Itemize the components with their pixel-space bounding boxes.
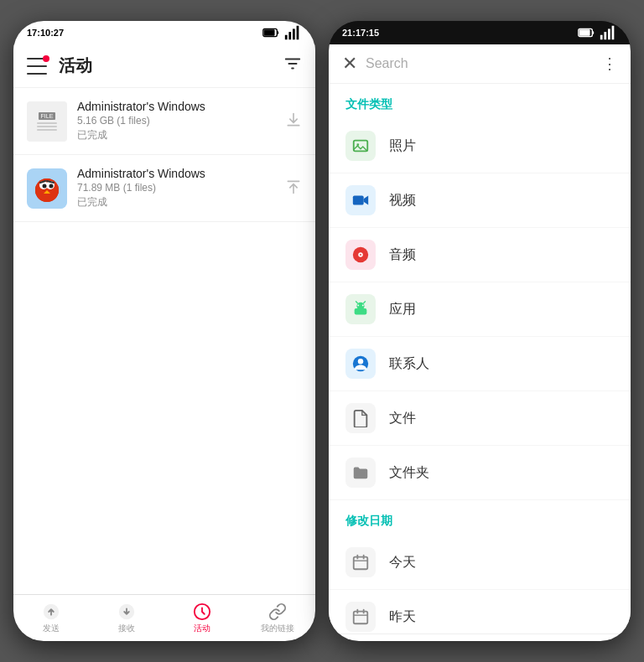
svg-point-11 — [49, 184, 54, 188]
phone-left: 17:10:27 活动 — [13, 21, 315, 641]
svg-point-36 — [362, 305, 364, 307]
link-nav-icon — [268, 603, 287, 621]
svg-rect-41 — [354, 557, 368, 570]
svg-rect-1 — [277, 31, 278, 34]
contact-label: 联系人 — [389, 355, 429, 373]
upload-action-2[interactable] — [285, 178, 302, 199]
svg-rect-24 — [604, 32, 606, 39]
audio-label: 音频 — [389, 246, 416, 264]
svg-rect-2 — [264, 29, 275, 35]
photo-icon — [345, 131, 376, 161]
search-input[interactable]: Search — [366, 56, 594, 71]
contact-icon — [345, 349, 376, 379]
nav-mylink-label: 我的链接 — [261, 623, 294, 634]
photo-svg — [351, 137, 370, 155]
file-svg — [351, 409, 370, 427]
section-title-date: 修改日期 — [329, 500, 631, 535]
svg-rect-25 — [608, 28, 610, 39]
svg-point-40 — [358, 359, 363, 364]
upload-icon-2 — [285, 178, 302, 195]
svg-rect-3 — [285, 35, 288, 40]
filter-video[interactable]: 视频 — [329, 173, 631, 228]
status-icons-right — [577, 23, 617, 42]
activity-item-2[interactable]: Administrator's Windows 71.89 MB (1 file… — [13, 155, 315, 222]
svg-line-37 — [356, 302, 358, 303]
filter-icon — [283, 54, 302, 73]
activity-status-2: 已完成 — [77, 195, 285, 209]
game-thumbnail — [27, 168, 67, 209]
svg-rect-29 — [353, 196, 364, 205]
more-button[interactable]: ⋮ — [602, 54, 617, 73]
status-bar-right: 21:17:15 — [329, 21, 631, 44]
section-title-filetype: 文件类型 — [329, 84, 631, 119]
status-icons-left — [262, 23, 302, 42]
nav-receive[interactable]: 接收 — [89, 603, 164, 634]
filter-yesterday[interactable]: 昨天 — [329, 590, 631, 634]
activity-info-1: Administrator's Windows 5.16 GB (1 files… — [77, 100, 285, 142]
filter-app[interactable]: 应用 — [329, 282, 631, 337]
filter-folder[interactable]: 文件夹 — [329, 446, 631, 500]
bird-icon — [27, 168, 67, 209]
battery-icon-right — [577, 23, 595, 42]
audio-svg — [351, 246, 370, 264]
clock-nav-icon — [193, 603, 211, 621]
activity-info-2: Administrator's Windows 71.89 MB (1 file… — [77, 167, 285, 209]
phone-right: 21:17:15 ✕ Search ⋮ 文件类型 — [329, 21, 631, 641]
calendar-svg-2 — [351, 608, 370, 626]
file-thumbnail: FILE — [27, 101, 67, 142]
audio-icon — [345, 240, 376, 270]
activity-item[interactable]: FILE Administrator's Windows 5.16 GB (1 … — [13, 88, 315, 155]
search-header: ✕ Search ⋮ — [329, 44, 631, 84]
calendar-svg-1 — [351, 553, 370, 571]
nav-mylink[interactable]: 我的链接 — [240, 603, 315, 634]
menu-button[interactable] — [27, 58, 47, 75]
svg-line-38 — [364, 302, 366, 303]
nav-activity[interactable]: 活动 — [164, 603, 240, 634]
photo-label: 照片 — [389, 137, 416, 155]
filter-contact[interactable]: 联系人 — [329, 337, 631, 391]
file-icon — [345, 403, 376, 433]
filter-button[interactable] — [283, 54, 302, 77]
download-action-1[interactable] — [285, 111, 302, 132]
app-icon — [345, 294, 376, 324]
folder-svg — [351, 463, 370, 482]
svg-rect-23 — [600, 35, 603, 40]
svg-rect-34 — [355, 308, 367, 314]
nav-send[interactable]: 发送 — [13, 603, 89, 634]
video-label: 视频 — [389, 192, 416, 209]
filter-audio[interactable]: 音频 — [329, 228, 631, 282]
nav-receive-label: 接收 — [118, 623, 135, 634]
contact-svg — [351, 354, 370, 373]
close-button[interactable]: ✕ — [342, 53, 357, 75]
calendar-yesterday-icon — [345, 602, 376, 632]
svg-point-32 — [360, 254, 361, 256]
upload-nav-icon — [42, 603, 60, 621]
nav-activity-label: 活动 — [194, 623, 210, 634]
filter-screen: 文件类型 照片 — [329, 84, 631, 634]
app-label: 应用 — [389, 301, 416, 318]
download-icon-1 — [285, 111, 302, 128]
filter-today[interactable]: 今天 — [329, 535, 631, 590]
today-label: 今天 — [389, 554, 416, 571]
signal-icon-left — [283, 23, 302, 42]
svg-rect-21 — [592, 31, 594, 34]
filter-photo[interactable]: 照片 — [329, 119, 631, 173]
bottom-bar-right — [329, 634, 631, 641]
app-header: 活动 — [13, 44, 315, 88]
time-left: 17:10:27 — [27, 28, 64, 38]
nav-send-label: 发送 — [43, 623, 60, 634]
bottom-nav-left: 发送 接收 活动 我的链接 — [13, 594, 315, 641]
svg-rect-4 — [288, 32, 291, 39]
page-title: 活动 — [59, 54, 283, 77]
time-right: 21:17:15 — [342, 28, 379, 38]
battery-icon — [262, 23, 280, 42]
svg-rect-44 — [354, 612, 368, 624]
folder-label: 文件夹 — [389, 464, 429, 482]
filter-file[interactable]: 文件 — [329, 391, 631, 446]
file-label: 文件 — [389, 410, 416, 427]
svg-point-35 — [357, 305, 359, 307]
activity-list: FILE Administrator's Windows 5.16 GB (1 … — [13, 88, 315, 222]
activity-size-1: 5.16 GB (1 files) — [77, 115, 285, 127]
activity-name-2: Administrator's Windows — [77, 167, 285, 180]
signal-icon-right — [599, 23, 617, 42]
